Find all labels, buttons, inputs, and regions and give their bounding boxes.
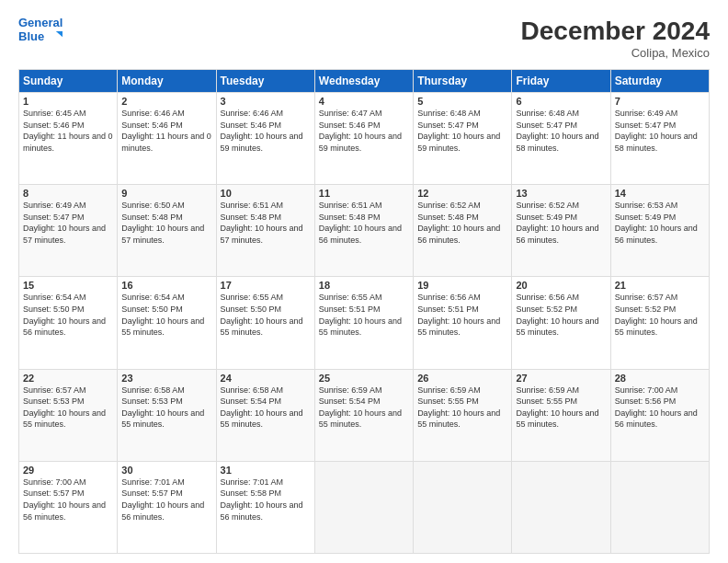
table-row: 2 Sunrise: 6:46 AM Sunset: 5:46 PM Dayli…	[118, 93, 216, 185]
day-info: Sunrise: 6:46 AM Sunset: 5:46 PM Dayligh…	[221, 108, 311, 154]
day-info: Sunrise: 6:53 AM Sunset: 5:49 PM Dayligh…	[615, 200, 705, 246]
calendar-page: GeneralBlue December 2024 Colipa, Mexico…	[0, 0, 728, 563]
table-row	[414, 461, 512, 553]
day-number: 19	[417, 280, 507, 291]
day-number: 20	[516, 280, 606, 291]
calendar-week-row: 15 Sunrise: 6:54 AM Sunset: 5:50 PM Dayl…	[19, 277, 710, 369]
header: GeneralBlue December 2024 Colipa, Mexico	[18, 17, 710, 60]
day-info: Sunrise: 6:52 AM Sunset: 5:48 PM Dayligh…	[417, 200, 507, 246]
table-row: 8 Sunrise: 6:49 AM Sunset: 5:47 PM Dayli…	[19, 185, 118, 277]
table-row: 16 Sunrise: 6:54 AM Sunset: 5:50 PM Dayl…	[118, 277, 216, 369]
table-row: 21 Sunrise: 6:57 AM Sunset: 5:52 PM Dayl…	[610, 277, 709, 369]
day-info: Sunrise: 6:57 AM Sunset: 5:52 PM Dayligh…	[615, 292, 705, 338]
day-number: 27	[516, 373, 606, 384]
table-row: 11 Sunrise: 6:51 AM Sunset: 5:48 PM Dayl…	[314, 185, 413, 277]
day-info: Sunrise: 6:59 AM Sunset: 5:54 PM Dayligh…	[319, 385, 409, 431]
day-number: 13	[516, 188, 606, 199]
day-info: Sunrise: 6:45 AM Sunset: 5:46 PM Dayligh…	[23, 108, 113, 154]
table-row: 25 Sunrise: 6:59 AM Sunset: 5:54 PM Dayl…	[314, 369, 413, 461]
col-sunday: Sunday	[19, 70, 118, 93]
table-row: 5 Sunrise: 6:48 AM Sunset: 5:47 PM Dayli…	[414, 93, 512, 185]
day-number: 2	[121, 96, 211, 107]
day-info: Sunrise: 6:59 AM Sunset: 5:55 PM Dayligh…	[516, 385, 606, 431]
day-number: 1	[23, 96, 113, 107]
day-info: Sunrise: 6:48 AM Sunset: 5:47 PM Dayligh…	[417, 108, 507, 154]
day-number: 26	[417, 373, 507, 384]
calendar-table: Sunday Monday Tuesday Wednesday Thursday…	[18, 69, 710, 554]
day-info: Sunrise: 6:56 AM Sunset: 5:51 PM Dayligh…	[417, 292, 507, 338]
table-row: 30 Sunrise: 7:01 AM Sunset: 5:57 PM Dayl…	[118, 461, 216, 553]
table-row: 24 Sunrise: 6:58 AM Sunset: 5:54 PM Dayl…	[216, 369, 314, 461]
day-number: 21	[615, 280, 705, 291]
table-row: 9 Sunrise: 6:50 AM Sunset: 5:48 PM Dayli…	[118, 185, 216, 277]
svg-marker-1	[56, 31, 63, 37]
table-row: 31 Sunrise: 7:01 AM Sunset: 5:58 PM Dayl…	[216, 461, 314, 553]
table-row: 22 Sunrise: 6:57 AM Sunset: 5:53 PM Dayl…	[19, 369, 118, 461]
col-thursday: Thursday	[414, 70, 512, 93]
day-info: Sunrise: 6:51 AM Sunset: 5:48 PM Dayligh…	[319, 200, 409, 246]
calendar-week-row: 29 Sunrise: 7:00 AM Sunset: 5:57 PM Dayl…	[19, 461, 710, 553]
day-number: 11	[319, 188, 409, 199]
day-number: 18	[319, 280, 409, 291]
table-row: 3 Sunrise: 6:46 AM Sunset: 5:46 PM Dayli…	[216, 93, 314, 185]
day-info: Sunrise: 6:47 AM Sunset: 5:46 PM Dayligh…	[319, 108, 409, 154]
table-row: 12 Sunrise: 6:52 AM Sunset: 5:48 PM Dayl…	[414, 185, 512, 277]
col-monday: Monday	[118, 70, 216, 93]
day-number: 31	[221, 465, 311, 476]
table-row	[314, 461, 413, 553]
day-info: Sunrise: 6:58 AM Sunset: 5:54 PM Dayligh…	[221, 385, 311, 431]
table-row	[610, 461, 709, 553]
col-wednesday: Wednesday	[314, 70, 413, 93]
calendar-week-row: 1 Sunrise: 6:45 AM Sunset: 5:46 PM Dayli…	[19, 93, 710, 185]
day-info: Sunrise: 6:58 AM Sunset: 5:53 PM Dayligh…	[121, 385, 211, 431]
table-row: 10 Sunrise: 6:51 AM Sunset: 5:48 PM Dayl…	[216, 185, 314, 277]
day-info: Sunrise: 6:52 AM Sunset: 5:49 PM Dayligh…	[516, 200, 606, 246]
location: Colipa, Mexico	[521, 46, 710, 60]
day-number: 16	[121, 280, 211, 291]
day-number: 7	[615, 96, 705, 107]
table-row: 17 Sunrise: 6:55 AM Sunset: 5:50 PM Dayl…	[216, 277, 314, 369]
table-row: 18 Sunrise: 6:55 AM Sunset: 5:51 PM Dayl…	[314, 277, 413, 369]
day-number: 6	[516, 96, 606, 107]
table-row: 7 Sunrise: 6:49 AM Sunset: 5:47 PM Dayli…	[610, 93, 709, 185]
day-number: 4	[319, 96, 409, 107]
day-number: 28	[615, 373, 705, 384]
day-number: 9	[121, 188, 211, 199]
day-info: Sunrise: 6:46 AM Sunset: 5:46 PM Dayligh…	[121, 108, 211, 154]
table-row: 13 Sunrise: 6:52 AM Sunset: 5:49 PM Dayl…	[512, 185, 610, 277]
day-number: 29	[23, 465, 113, 476]
table-row: 27 Sunrise: 6:59 AM Sunset: 5:55 PM Dayl…	[512, 369, 610, 461]
day-number: 23	[121, 373, 211, 384]
day-number: 25	[319, 373, 409, 384]
day-number: 3	[221, 96, 311, 107]
day-info: Sunrise: 7:01 AM Sunset: 5:58 PM Dayligh…	[221, 477, 311, 523]
day-info: Sunrise: 6:55 AM Sunset: 5:50 PM Dayligh…	[221, 292, 311, 338]
logo: GeneralBlue	[18, 17, 63, 47]
day-number: 22	[23, 373, 113, 384]
table-row: 6 Sunrise: 6:48 AM Sunset: 5:47 PM Dayli…	[512, 93, 610, 185]
day-info: Sunrise: 6:49 AM Sunset: 5:47 PM Dayligh…	[23, 200, 113, 246]
table-row: 28 Sunrise: 7:00 AM Sunset: 5:56 PM Dayl…	[610, 369, 709, 461]
day-info: Sunrise: 7:00 AM Sunset: 5:57 PM Dayligh…	[23, 477, 113, 523]
col-friday: Friday	[512, 70, 610, 93]
table-row: 19 Sunrise: 6:56 AM Sunset: 5:51 PM Dayl…	[414, 277, 512, 369]
logo-text: GeneralBlue	[18, 17, 63, 47]
table-row	[512, 461, 610, 553]
day-number: 24	[221, 373, 311, 384]
table-row: 29 Sunrise: 7:00 AM Sunset: 5:57 PM Dayl…	[19, 461, 118, 553]
day-info: Sunrise: 6:57 AM Sunset: 5:53 PM Dayligh…	[23, 385, 113, 431]
day-number: 12	[417, 188, 507, 199]
day-info: Sunrise: 7:00 AM Sunset: 5:56 PM Dayligh…	[615, 385, 705, 431]
day-info: Sunrise: 6:54 AM Sunset: 5:50 PM Dayligh…	[23, 292, 113, 338]
calendar-week-row: 22 Sunrise: 6:57 AM Sunset: 5:53 PM Dayl…	[19, 369, 710, 461]
day-info: Sunrise: 6:49 AM Sunset: 5:47 PM Dayligh…	[615, 108, 705, 154]
col-saturday: Saturday	[610, 70, 709, 93]
day-info: Sunrise: 6:54 AM Sunset: 5:50 PM Dayligh…	[121, 292, 211, 338]
title-block: December 2024 Colipa, Mexico	[521, 17, 710, 60]
day-info: Sunrise: 6:56 AM Sunset: 5:52 PM Dayligh…	[516, 292, 606, 338]
day-info: Sunrise: 6:50 AM Sunset: 5:48 PM Dayligh…	[121, 200, 211, 246]
table-row: 20 Sunrise: 6:56 AM Sunset: 5:52 PM Dayl…	[512, 277, 610, 369]
table-row: 15 Sunrise: 6:54 AM Sunset: 5:50 PM Dayl…	[19, 277, 118, 369]
table-row: 14 Sunrise: 6:53 AM Sunset: 5:49 PM Dayl…	[610, 185, 709, 277]
day-number: 5	[417, 96, 507, 107]
